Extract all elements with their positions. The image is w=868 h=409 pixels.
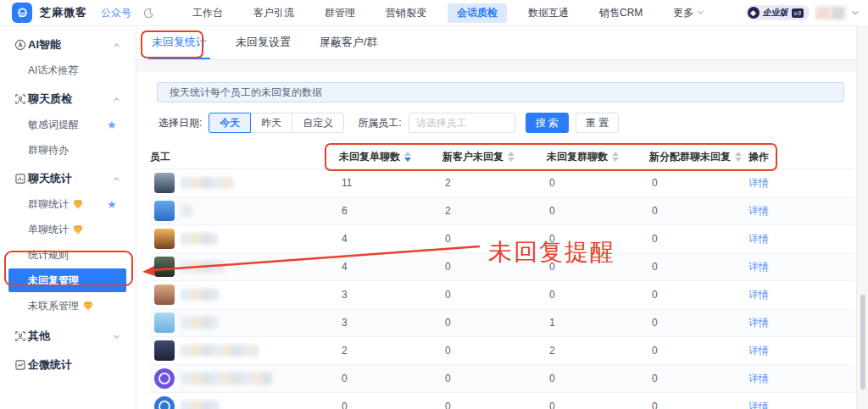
brand-tag: 公众号 xyxy=(101,6,131,20)
nav-item-label: 销售CRM xyxy=(599,6,643,20)
nav-item[interactable]: 销售CRM xyxy=(590,3,652,23)
date-option-button[interactable]: 自定义 xyxy=(292,113,344,133)
column-header[interactable]: 新客户未回复 xyxy=(442,150,547,164)
detail-link[interactable]: 详情 xyxy=(748,176,769,191)
metric-value: 6 xyxy=(339,205,442,217)
employee-cell xyxy=(150,285,339,305)
employee-cell xyxy=(150,340,339,361)
premium-gem-icon xyxy=(73,200,83,209)
plan-badge[interactable]: ◆ 企业版 v3 xyxy=(746,5,810,20)
dark-mode-moon-icon[interactable] xyxy=(143,8,154,19)
action-cell: 详情 xyxy=(748,204,854,218)
sidebar-item-label: AI话术推荐 xyxy=(28,64,78,78)
date-filter-label: 选择日期: xyxy=(159,116,202,130)
sidebar-item-1[interactable]: AI话术推荐 xyxy=(0,58,136,83)
sidebar-item-label: 企微统计 xyxy=(28,357,72,373)
employee-avatar xyxy=(154,340,175,361)
metric-value: 0 xyxy=(649,345,748,356)
nav-item[interactable]: 群管理 xyxy=(315,3,364,23)
favorite-star-icon[interactable]: ★ xyxy=(107,199,117,210)
tab-0[interactable]: 未回复统计 xyxy=(148,35,210,59)
sidebar-section-0[interactable]: AI智能 xyxy=(0,32,136,58)
sidebar-item-8[interactable]: 统计规则 xyxy=(0,242,136,268)
action-cell: 详情 xyxy=(748,176,854,191)
detail-link[interactable]: 详情 xyxy=(748,204,769,218)
metric-value: 0 xyxy=(442,317,547,329)
detail-link[interactable]: 详情 xyxy=(748,260,769,274)
sort-caret-icon[interactable] xyxy=(508,152,515,162)
metric-value: 0 xyxy=(649,205,748,217)
sidebar-item-7[interactable]: 单聊统计 xyxy=(0,217,136,242)
column-header[interactable]: 未回复群聊数 xyxy=(547,150,649,164)
employee-avatar xyxy=(154,285,175,305)
metric-value: 0 xyxy=(547,233,649,245)
nav-item-label: 营销裂变 xyxy=(386,6,426,20)
column-header: 员工 xyxy=(150,150,339,164)
metric-value: 0 xyxy=(547,401,649,409)
metric-value: 3 xyxy=(339,289,442,301)
nav-item[interactable]: 营销裂变 xyxy=(376,3,436,23)
metric-value: 0 xyxy=(442,261,547,273)
metric-value: 0 xyxy=(442,289,547,301)
user-menu-chevron-down-icon[interactable] xyxy=(851,8,860,17)
table-row: 6200详情 xyxy=(150,197,854,225)
detail-link[interactable]: 详情 xyxy=(748,372,769,386)
employee-avatar xyxy=(154,229,175,249)
nav-item-label: 数据互通 xyxy=(528,6,569,20)
employee-name-redacted xyxy=(181,373,272,384)
sort-caret-icon[interactable] xyxy=(612,152,619,162)
metric-value: 0 xyxy=(547,289,649,301)
detail-link[interactable]: 详情 xyxy=(748,400,769,409)
sidebar-section-11[interactable]: 其他 xyxy=(0,323,136,349)
table-row: 3010详情 xyxy=(150,309,854,337)
section-divider xyxy=(136,60,868,72)
scrollbar-track[interactable] xyxy=(856,25,868,409)
sidebar-item-label: 聊天质检 xyxy=(28,91,72,107)
sidebar-section-12[interactable]: 企微统计 xyxy=(0,352,136,378)
employee-select-input[interactable] xyxy=(409,113,515,133)
detail-link[interactable]: 详情 xyxy=(748,288,769,302)
nav-item-label: 会话质检 xyxy=(457,6,498,20)
sort-caret-icon[interactable] xyxy=(404,152,411,162)
detail-link[interactable]: 详情 xyxy=(748,316,769,330)
sidebar-item-4[interactable]: 群聊待办 xyxy=(0,137,136,163)
sidebar-item-label: 聊天统计 xyxy=(28,171,72,186)
table-row: 3000详情 xyxy=(150,281,854,309)
nav-item[interactable]: 工作台 xyxy=(183,3,232,23)
employee-avatar xyxy=(154,396,175,409)
nav-item[interactable]: 数据互通 xyxy=(519,3,578,23)
search-button[interactable]: 搜 索 xyxy=(526,113,569,133)
sidebar-item-label: 统计规则 xyxy=(28,248,69,263)
sort-caret-icon[interactable] xyxy=(735,152,742,162)
column-header: 操作 xyxy=(748,150,854,164)
date-option-button[interactable]: 今天 xyxy=(209,113,251,133)
column-header-label: 未回复群聊数 xyxy=(547,150,608,164)
sidebar-item-3[interactable]: 敏感词提醒★ xyxy=(0,112,136,137)
action-cell: 详情 xyxy=(748,372,854,386)
column-header[interactable]: 新分配群聊未回复 xyxy=(649,150,748,164)
sidebar-section-2[interactable]: 聊天质检 xyxy=(0,86,136,112)
column-header[interactable]: 未回复单聊数 xyxy=(339,150,442,164)
topbar-nav: 工作台客户引流群管理营销裂变会话质检数据互通销售CRM更多 xyxy=(183,3,714,23)
nav-item[interactable]: 会话质检 xyxy=(448,3,507,23)
tab-1[interactable]: 未回复设置 xyxy=(232,35,294,59)
filter-bar: 选择日期: 今天昨天自定义 所属员工: 搜 索 重 置 xyxy=(159,113,854,133)
employee-avatar xyxy=(154,201,175,221)
detail-link[interactable]: 详情 xyxy=(748,232,769,246)
table-row: 4000详情 xyxy=(150,225,854,253)
date-option-button[interactable]: 昨天 xyxy=(250,113,292,133)
tab-2[interactable]: 屏蔽客户/群 xyxy=(316,35,381,59)
chevron-down-icon xyxy=(697,7,704,19)
sidebar-item-9[interactable]: 未回复管理 xyxy=(0,268,136,293)
scrollbar-thumb[interactable] xyxy=(860,295,865,390)
detail-link[interactable]: 详情 xyxy=(748,344,769,358)
favorite-star-icon[interactable]: ★ xyxy=(107,119,117,130)
user-name-redacted[interactable] xyxy=(815,7,845,19)
reset-button[interactable]: 重 置 xyxy=(576,113,619,133)
metric-value: 0 xyxy=(442,233,547,245)
sidebar-section-5[interactable]: 聊天统计 xyxy=(0,166,136,191)
nav-item[interactable]: 更多 xyxy=(664,3,714,23)
sidebar-item-10[interactable]: 未联系管理 xyxy=(0,293,136,318)
nav-item[interactable]: 客户引流 xyxy=(244,3,303,23)
sidebar-item-6[interactable]: 群聊统计★ xyxy=(0,191,136,217)
